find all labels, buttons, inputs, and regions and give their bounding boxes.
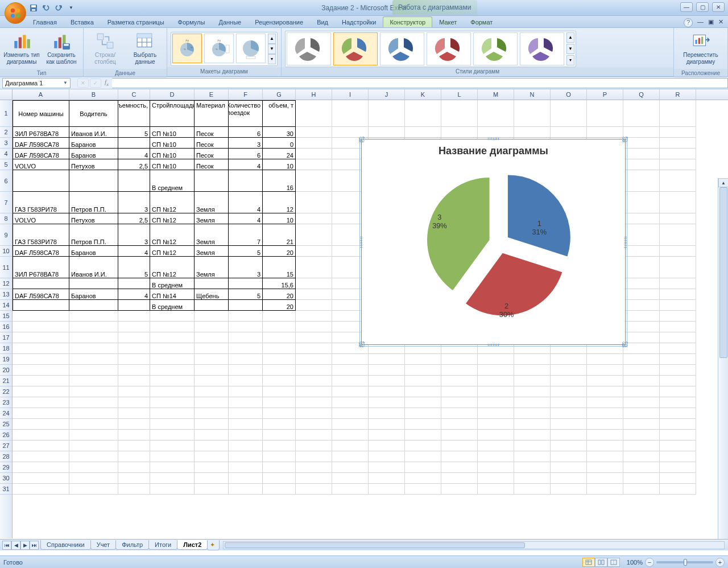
- cell-E10[interactable]: Земля: [195, 246, 229, 257]
- col-header-J[interactable]: J: [369, 89, 405, 100]
- cell-C6[interactable]: [118, 170, 150, 192]
- cell-D25[interactable]: [150, 419, 195, 430]
- cell-B16[interactable]: [69, 322, 118, 332]
- col-header-K[interactable]: K: [405, 89, 441, 100]
- cell-G3[interactable]: 0: [263, 138, 296, 149]
- col-header-M[interactable]: M: [478, 89, 514, 100]
- cell-Q24[interactable]: [623, 408, 660, 419]
- cell-Q17[interactable]: [623, 332, 660, 343]
- maximize-button[interactable]: ▢: [696, 2, 709, 12]
- cell-A4[interactable]: DAF Л598СА78: [13, 149, 69, 159]
- cell-A29[interactable]: [13, 462, 69, 473]
- cell-G1[interactable]: объем, т: [263, 100, 296, 127]
- cell-D1[interactable]: Стройплощадка: [150, 100, 195, 127]
- cell-K22[interactable]: [405, 386, 441, 397]
- resize-handle-sw[interactable]: [359, 341, 365, 347]
- chart-style-2[interactable]: [333, 32, 378, 65]
- cell-G13[interactable]: 20: [263, 289, 296, 300]
- tab-design[interactable]: Конструктор: [383, 17, 432, 27]
- resize-handle-n[interactable]: [488, 138, 499, 140]
- cell-F22[interactable]: [229, 386, 263, 397]
- cell-A5[interactable]: VOLVO: [13, 159, 69, 170]
- cell-A10[interactable]: DAF Л598СА78: [13, 246, 69, 257]
- cell-L28[interactable]: [441, 451, 478, 462]
- select-data-button[interactable]: Выбрать данные: [127, 30, 163, 69]
- cell-E21[interactable]: [195, 376, 229, 386]
- cell-B26[interactable]: [69, 430, 118, 441]
- cell-I26[interactable]: [332, 430, 369, 441]
- cell-R16[interactable]: [660, 322, 696, 332]
- cell-F10[interactable]: 5: [229, 246, 263, 257]
- cell-B11[interactable]: Иванов И.И.: [69, 257, 118, 278]
- cell-G26[interactable]: [263, 430, 296, 441]
- cell-Q5[interactable]: [623, 159, 660, 170]
- cell-B30[interactable]: [69, 473, 118, 484]
- layout-gallery-up[interactable]: ▲: [268, 34, 276, 44]
- tab-page-layout[interactable]: Разметка страницы: [101, 17, 171, 27]
- cell-O29[interactable]: [551, 462, 587, 473]
- cell-H24[interactable]: [296, 408, 332, 419]
- cell-Q22[interactable]: [623, 386, 660, 397]
- cell-L20[interactable]: [441, 365, 478, 376]
- chart-layout-3[interactable]: [236, 34, 266, 63]
- cell-R23[interactable]: [660, 397, 696, 408]
- cell-O30[interactable]: [551, 473, 587, 484]
- cell-Q15[interactable]: [623, 311, 660, 322]
- cell-C7[interactable]: 3: [118, 192, 150, 213]
- cell-H12[interactable]: [296, 278, 332, 289]
- cell-B18[interactable]: [69, 343, 118, 354]
- cell-J21[interactable]: [369, 376, 405, 386]
- cell-E7[interactable]: Земля: [195, 192, 229, 213]
- cell-B12[interactable]: [69, 278, 118, 289]
- cell-B24[interactable]: [69, 408, 118, 419]
- cell-O21[interactable]: [551, 376, 587, 386]
- row-header-12[interactable]: 12: [0, 278, 12, 289]
- cell-R30[interactable]: [660, 473, 696, 484]
- cell-Q3[interactable]: [623, 138, 660, 149]
- layout-gallery-more[interactable]: ▾: [268, 54, 276, 64]
- zoom-label[interactable]: 100%: [627, 559, 643, 566]
- horizontal-scroll-thumb[interactable]: [225, 542, 525, 548]
- row-header-25[interactable]: 25: [0, 419, 12, 430]
- cell-J2[interactable]: [369, 127, 405, 138]
- cell-F24[interactable]: [229, 408, 263, 419]
- col-header-I[interactable]: I: [332, 89, 369, 100]
- cell-H18[interactable]: [296, 343, 332, 354]
- new-sheet-button[interactable]: ✦: [207, 540, 220, 550]
- col-header-O[interactable]: O: [551, 89, 587, 100]
- cell-B27[interactable]: [69, 441, 118, 451]
- cell-G5[interactable]: 10: [263, 159, 296, 170]
- cell-D19[interactable]: [150, 354, 195, 365]
- cell-D5[interactable]: СП №10: [150, 159, 195, 170]
- sheet-nav-prev[interactable]: ◀: [11, 541, 20, 550]
- cell-L2[interactable]: [441, 127, 478, 138]
- view-normal-button[interactable]: [582, 558, 595, 567]
- cell-L25[interactable]: [441, 419, 478, 430]
- row-header-4[interactable]: 4: [0, 149, 12, 159]
- cell-D4[interactable]: СП №10: [150, 149, 195, 159]
- cell-N26[interactable]: [514, 430, 551, 441]
- grid[interactable]: Номер машиныВодительГрузоподъемность, тС…: [13, 100, 728, 538]
- cell-F29[interactable]: [229, 462, 263, 473]
- cell-F30[interactable]: [229, 473, 263, 484]
- cell-A3[interactable]: DAF Л598СА78: [13, 138, 69, 149]
- col-header-E[interactable]: E: [195, 89, 229, 100]
- cell-F11[interactable]: 3: [229, 257, 263, 278]
- cell-G8[interactable]: 10: [263, 213, 296, 224]
- cell-E16[interactable]: [195, 322, 229, 332]
- row-header-7[interactable]: 7: [0, 192, 12, 213]
- cell-G22[interactable]: [263, 386, 296, 397]
- cell-K30[interactable]: [405, 473, 441, 484]
- zoom-in-button[interactable]: +: [715, 558, 725, 567]
- cell-A26[interactable]: [13, 430, 69, 441]
- resize-handle-nw[interactable]: [359, 137, 365, 142]
- cell-H13[interactable]: [296, 289, 332, 300]
- vertical-scroll-thumb[interactable]: [719, 187, 727, 358]
- cell-R21[interactable]: [660, 376, 696, 386]
- col-header-G[interactable]: G: [263, 89, 296, 100]
- cell-G19[interactable]: [263, 354, 296, 365]
- cell-R7[interactable]: [660, 192, 696, 213]
- cell-E13[interactable]: Щебень: [195, 289, 229, 300]
- cell-F14[interactable]: [229, 300, 263, 311]
- cell-G2[interactable]: 30: [263, 127, 296, 138]
